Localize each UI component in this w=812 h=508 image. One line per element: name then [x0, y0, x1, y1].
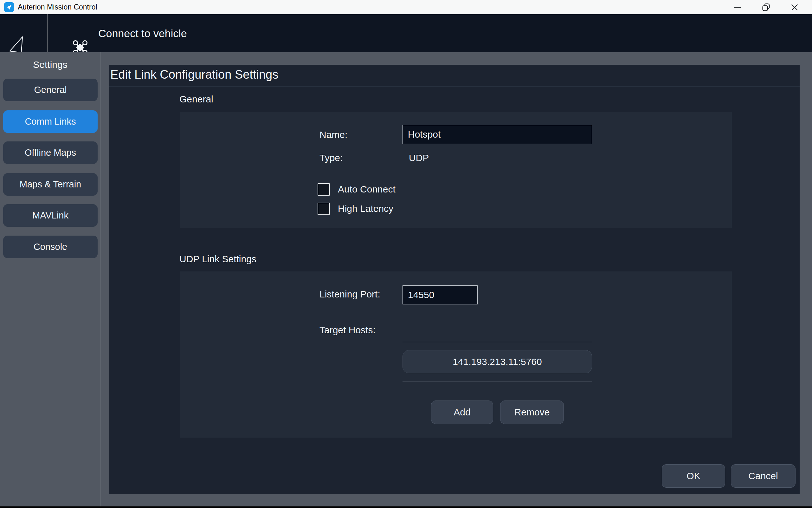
settings-sidebar: Settings General Comm Links Offline Maps…: [0, 52, 109, 508]
name-label: Name:: [319, 129, 347, 140]
window-title: Auterion Mission Control: [18, 0, 97, 14]
app-icon: [4, 2, 14, 12]
sidebar-item-console[interactable]: Console: [3, 236, 98, 258]
sidebar-item-offline-maps[interactable]: Offline Maps: [3, 141, 98, 164]
auto-connect-label: Auto Connect: [338, 183, 396, 195]
hosts-list-bottom-divider: [403, 381, 592, 382]
minimize-icon: [734, 3, 741, 11]
host-list-item[interactable]: 141.193.213.11:5760: [403, 350, 592, 373]
high-latency-label: High Latency: [338, 203, 393, 215]
panel-title-divider: [109, 86, 800, 87]
high-latency-checkbox[interactable]: [318, 203, 330, 215]
sidebar-item-general[interactable]: General: [3, 79, 98, 101]
target-hosts-label: Target Hosts:: [319, 325, 375, 336]
auto-connect-checkbox[interactable]: [318, 183, 330, 196]
sidebar-separator: [100, 52, 101, 508]
header-divider: [47, 14, 48, 52]
page-title: Connect to vehicle: [98, 14, 187, 52]
close-icon: [791, 3, 798, 11]
title-bar: Auterion Mission Control: [0, 0, 812, 14]
window-controls: [723, 0, 809, 14]
ok-button[interactable]: OK: [662, 464, 725, 488]
sidebar-title: Settings: [0, 59, 100, 70]
window-bottom-edge: [0, 506, 812, 508]
name-input[interactable]: [403, 125, 592, 144]
add-button[interactable]: Add: [431, 400, 493, 424]
restore-button[interactable]: [752, 0, 780, 14]
close-button[interactable]: [780, 0, 809, 14]
app-window: Auterion Mission Control: [0, 0, 812, 508]
listening-port-input[interactable]: [403, 285, 478, 304]
panel-title: Edit Link Configuration Settings: [110, 68, 278, 82]
remove-button[interactable]: Remove: [500, 400, 564, 424]
sidebar-item-mavlink[interactable]: MAVLink: [3, 204, 98, 227]
hosts-list-top-divider: [403, 342, 592, 342]
edit-link-panel: Edit Link Configuration Settings General…: [109, 65, 800, 494]
restore-icon: [762, 3, 770, 11]
minimize-button[interactable]: [723, 0, 752, 14]
type-label: Type:: [319, 152, 343, 164]
app-header: Connect to vehicle: [0, 14, 812, 52]
sidebar-item-maps-terrain[interactable]: Maps & Terrain: [3, 173, 98, 196]
content-area: Settings General Comm Links Offline Maps…: [0, 52, 812, 508]
general-section-label: General: [179, 94, 213, 104]
cancel-button[interactable]: Cancel: [731, 464, 796, 488]
sidebar-item-comm-links[interactable]: Comm Links: [3, 110, 98, 133]
udp-section-label: UDP Link Settings: [179, 254, 257, 264]
type-value: UDP: [409, 152, 429, 164]
listening-port-label: Listening Port:: [319, 289, 380, 300]
